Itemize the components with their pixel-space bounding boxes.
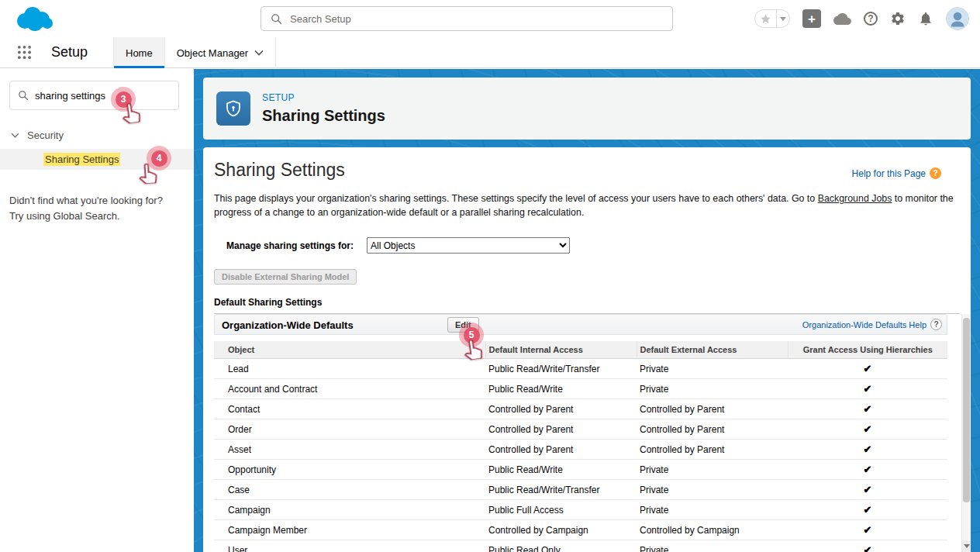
column-header-object: Object bbox=[214, 341, 485, 359]
hierarchy-check-icon: ✔ bbox=[788, 540, 947, 552]
vertical-scrollbar bbox=[961, 314, 971, 552]
internal-access-cell: Public Read/Write bbox=[485, 379, 637, 399]
external-access-cell: Controlled by Parent bbox=[637, 440, 788, 460]
internal-access-cell: Controlled by Parent bbox=[485, 440, 637, 460]
arrow-down-icon bbox=[964, 544, 970, 548]
global-search-input[interactable] bbox=[290, 13, 672, 25]
scrollbar-thumb[interactable] bbox=[963, 318, 970, 502]
highlighted-match: Sharing Settings bbox=[43, 153, 120, 166]
internal-access-cell: Public Read/Write/Transfer bbox=[485, 359, 637, 379]
owd-table-row: ContactControlled by ParentControlled by… bbox=[214, 399, 947, 419]
disable-external-sharing-button[interactable]: Disable External Sharing Model bbox=[214, 269, 357, 285]
internal-access-cell: Controlled by Parent bbox=[485, 419, 637, 440]
external-access-cell: Private bbox=[637, 359, 788, 379]
cloud-icon bbox=[833, 12, 851, 26]
external-access-cell: Private bbox=[637, 500, 788, 520]
owd-table-row: Campaign MemberControlled by CampaignCon… bbox=[214, 520, 947, 540]
content-title: Sharing Settings bbox=[214, 160, 345, 181]
help-button[interactable]: ? bbox=[864, 12, 878, 26]
default-sharing-settings-heading: Default Sharing Settings bbox=[214, 297, 960, 314]
manage-sharing-select[interactable]: All Objects bbox=[367, 237, 570, 254]
hierarchy-check-icon: ✔ bbox=[788, 520, 947, 540]
favorites-list-button[interactable] bbox=[777, 10, 789, 27]
gear-icon bbox=[890, 11, 906, 26]
hierarchy-check-icon: ✔ bbox=[788, 500, 947, 520]
internal-access-cell: Public Read Only bbox=[485, 540, 637, 552]
user-avatar[interactable] bbox=[946, 7, 969, 30]
hierarchy-check-icon: ✔ bbox=[788, 359, 947, 379]
chevron-down-icon bbox=[11, 133, 19, 138]
object-cell: Campaign bbox=[214, 500, 485, 520]
external-access-cell: Private bbox=[637, 460, 788, 480]
hierarchy-check-icon: ✔ bbox=[788, 379, 947, 399]
external-access-cell: Controlled by Parent bbox=[637, 399, 788, 419]
owd-table-row: AssetControlled by ParentControlled by P… bbox=[214, 440, 947, 460]
chevron-down-icon bbox=[254, 50, 264, 56]
internal-access-cell: Controlled by Parent bbox=[485, 399, 637, 419]
scrollbar-down-button[interactable] bbox=[962, 540, 971, 552]
object-cell: Contact bbox=[214, 399, 485, 419]
page-eyebrow: SETUP bbox=[262, 92, 295, 103]
tutorial-step-3-marker: 3 bbox=[111, 87, 136, 112]
tutorial-step-4-marker: 4 bbox=[147, 146, 171, 171]
help-for-this-page: Help for this Page ? bbox=[852, 167, 941, 179]
question-icon: ? bbox=[868, 13, 873, 24]
help-question-icon[interactable]: ? bbox=[930, 167, 941, 179]
sharing-settings-icon-box bbox=[216, 91, 250, 126]
internal-access-cell: Public Read/Write/Transfer bbox=[485, 480, 637, 500]
column-header-internal-access: Default Internal Access bbox=[485, 341, 637, 359]
owd-table-row: LeadPublic Read/Write/TransferPrivate✔ bbox=[214, 359, 947, 379]
notifications-button[interactable] bbox=[918, 11, 933, 26]
global-search-box bbox=[261, 6, 673, 31]
setup-gear-button[interactable] bbox=[890, 11, 906, 26]
column-header-external-access: Default External Access bbox=[637, 341, 788, 359]
hierarchy-check-icon: ✔ bbox=[788, 399, 947, 419]
app-launcher-icon[interactable] bbox=[17, 45, 32, 60]
setup-nav-bar: Setup Home Object Manager bbox=[0, 37, 980, 68]
object-cell: User bbox=[214, 540, 485, 552]
intro-paragraph: This page displays your organization's s… bbox=[214, 191, 961, 220]
owd-table-row: CasePublic Read/Write/TransferPrivate✔ bbox=[214, 480, 947, 500]
hierarchy-check-icon: ✔ bbox=[788, 440, 947, 460]
owd-table-header-row: Object Default Internal Access Default E… bbox=[214, 341, 947, 359]
owd-help-link[interactable]: Organization-Wide Defaults Help bbox=[802, 320, 927, 329]
owd-table-row: UserPublic Read OnlyPrivate✔ bbox=[214, 540, 947, 552]
salesforce-logo-icon[interactable] bbox=[12, 4, 56, 33]
quick-find-box bbox=[9, 81, 179, 110]
help-for-this-page-link[interactable]: Help for this Page bbox=[852, 168, 926, 179]
internal-access-cell: Public Full Access bbox=[485, 500, 637, 520]
sidebar-section-security[interactable]: Security bbox=[0, 125, 194, 145]
setup-sidebar: Security Sharing Settings Didn't find wh… bbox=[0, 69, 194, 552]
favorite-star-icon[interactable] bbox=[755, 10, 777, 27]
favorites-control bbox=[754, 9, 790, 28]
sidebar-empty-hint: Didn't find what you're looking for? Try… bbox=[9, 193, 180, 224]
owd-table-row: Account and ContractPublic Read/WritePri… bbox=[214, 379, 947, 399]
hierarchy-check-icon: ✔ bbox=[788, 419, 947, 440]
background-jobs-link[interactable]: Background Jobs bbox=[818, 193, 892, 204]
bell-icon bbox=[918, 11, 933, 26]
owd-help-question-icon[interactable]: ? bbox=[930, 319, 942, 330]
manage-sharing-row: Manage sharing settings for: All Objects bbox=[226, 237, 570, 254]
tab-object-manager[interactable]: Object Manager bbox=[165, 37, 277, 68]
hierarchy-check-icon: ✔ bbox=[788, 460, 947, 480]
internal-access-cell: Public Read/Write bbox=[485, 460, 637, 480]
internal-access-cell: Controlled by Campaign bbox=[485, 520, 637, 540]
guidance-center-button[interactable] bbox=[833, 12, 851, 26]
external-access-cell: Private bbox=[637, 480, 788, 500]
global-actions-button[interactable]: + bbox=[802, 9, 821, 28]
page-title: Sharing Settings bbox=[262, 107, 385, 125]
external-access-cell: Controlled by Parent bbox=[637, 419, 788, 440]
owd-table-row: OrderControlled by ParentControlled by P… bbox=[214, 419, 947, 440]
header-actions: + ? bbox=[754, 0, 969, 37]
search-icon bbox=[18, 90, 29, 101]
object-cell: Campaign Member bbox=[214, 520, 485, 540]
object-cell: Order bbox=[214, 419, 485, 440]
tab-home[interactable]: Home bbox=[113, 37, 165, 68]
object-cell: Opportunity bbox=[214, 460, 485, 480]
sharing-settings-card: Sharing Settings Help for this Page ? Th… bbox=[203, 147, 971, 552]
plus-icon: + bbox=[808, 12, 816, 26]
object-cell: Account and Contract bbox=[214, 379, 485, 399]
column-header-hierarchies: Grant Access Using Hierarchies bbox=[788, 341, 947, 359]
owd-table-body: LeadPublic Read/Write/TransferPrivate✔Ac… bbox=[214, 359, 947, 552]
owd-help: Organization-Wide Defaults Help ? bbox=[802, 319, 942, 330]
